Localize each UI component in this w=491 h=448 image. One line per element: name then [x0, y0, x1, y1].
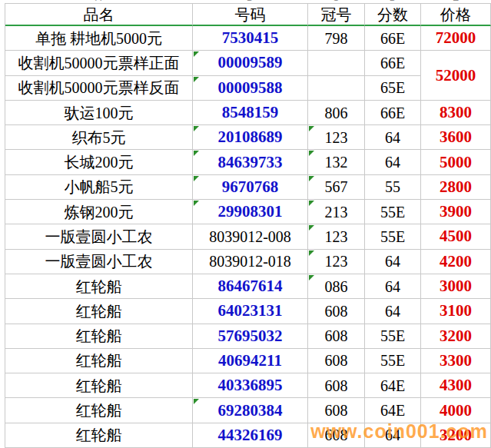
cell-number[interactable]: 64023131 — [193, 299, 308, 324]
cell-prefix[interactable] — [308, 51, 365, 75]
cell-name[interactable]: 收割机50000元票样正面 — [5, 51, 193, 75]
cell-price[interactable]: 3100 — [421, 299, 491, 324]
cell-name[interactable]: 红轮船 — [5, 373, 193, 398]
column-header-name[interactable]: 品名 — [5, 4, 193, 26]
column-header-label: 号码 — [235, 7, 266, 22]
cell-prefix[interactable]: 608 — [308, 398, 365, 423]
cell-grade[interactable]: 64 — [365, 250, 421, 274]
cell-grade[interactable]: 55E — [365, 224, 421, 249]
cell-grade[interactable]: 55E — [365, 349, 421, 373]
cell-number[interactable]: 9670768 — [193, 175, 308, 200]
column-header-grade[interactable]: 分数 — [365, 4, 421, 26]
cell-number[interactable]: 29908301 — [193, 200, 308, 224]
cell-price[interactable]: 3300 — [421, 349, 491, 373]
cell-prefix[interactable]: 123 — [308, 125, 365, 150]
cell-grade[interactable]: 64E — [365, 373, 421, 398]
column-header-prefix[interactable]: 冠号 — [308, 4, 365, 26]
error-indicator-triangle — [194, 51, 199, 57]
cell-prefix[interactable]: 608 — [308, 349, 365, 373]
cell-name[interactable]: 驮运100元 — [5, 101, 193, 125]
cell-prefix[interactable]: 608 — [308, 423, 365, 448]
cell-name[interactable]: 红轮船 — [5, 423, 193, 448]
cell-number[interactable]: 8548159 — [193, 101, 308, 125]
column-header-label: 冠号 — [321, 7, 352, 22]
cell-prefix[interactable]: 567 — [308, 175, 365, 200]
cell-price[interactable]: 72000 — [421, 26, 491, 51]
cell-prefix[interactable]: 132 — [308, 150, 365, 174]
cell-name[interactable]: 红轮船 — [5, 299, 193, 324]
cell-name[interactable]: 炼钢200元 — [5, 200, 193, 224]
cell-grade[interactable]: 64 — [365, 150, 421, 174]
cell-number[interactable]: 40694211 — [193, 349, 308, 373]
cell-grade[interactable]: 64 — [365, 274, 421, 299]
cell-prefix[interactable]: 123 — [308, 224, 365, 249]
cell-number[interactable]: 8039012-008 — [193, 224, 308, 249]
cell-prefix[interactable]: 798 — [308, 26, 365, 51]
cell-prefix[interactable]: 123 — [308, 250, 365, 274]
cell-number[interactable]: 40336895 — [193, 373, 308, 398]
cell-number[interactable]: 84639733 — [193, 150, 308, 174]
cell-text: 72000 — [436, 30, 476, 46]
cell-name[interactable]: 红轮船 — [5, 274, 193, 299]
cell-number[interactable]: 86467614 — [193, 274, 308, 299]
cell-grade[interactable]: 64 — [365, 299, 421, 324]
cell-price[interactable]: 3900 — [421, 200, 491, 224]
column-header-price[interactable]: 价格 — [421, 4, 491, 26]
cell-price[interactable]: 52000 — [421, 51, 491, 101]
cell-grade[interactable]: 64 — [365, 423, 421, 448]
cell-number[interactable]: 20108689 — [193, 125, 308, 150]
cell-number[interactable]: 7530415 — [193, 26, 308, 51]
cell-name[interactable]: 收割机50000元票样反面 — [5, 76, 193, 101]
cell-prefix[interactable]: 608 — [308, 324, 365, 349]
cell-prefix[interactable]: 608 — [308, 299, 365, 324]
cell-grade[interactable]: 66E — [365, 51, 421, 75]
cell-grade[interactable]: 55E — [365, 200, 421, 224]
cell-name[interactable]: 红轮船 — [5, 324, 193, 349]
cell-number[interactable]: 8039012-018 — [193, 250, 308, 274]
cell-price[interactable]: 3000 — [421, 274, 491, 299]
cell-prefix[interactable] — [308, 76, 365, 101]
column-header-label: 品名 — [84, 7, 114, 22]
cell-name[interactable]: 织布5元 — [5, 125, 193, 150]
cell-grade[interactable]: 64E — [365, 398, 421, 423]
cell-grade[interactable]: 55 — [365, 175, 421, 200]
cell-grade[interactable]: 65E — [365, 76, 421, 101]
cell-price[interactable]: 3200 — [421, 423, 491, 448]
cell-price[interactable]: 4500 — [421, 224, 491, 249]
cell-name[interactable]: 单拖 耕地机5000元 — [5, 26, 193, 51]
error-indicator-triangle — [309, 251, 314, 256]
cell-number[interactable]: 00009588 — [193, 76, 308, 101]
cell-name[interactable]: 一版壹圆小工农 — [5, 250, 193, 274]
cell-grade[interactable]: 66E — [365, 26, 421, 51]
cell-prefix[interactable]: 213 — [308, 200, 365, 224]
cell-prefix[interactable]: 806 — [308, 101, 365, 125]
cell-text: 40336895 — [218, 377, 283, 393]
cell-number[interactable]: 69280384 — [193, 398, 308, 423]
cell-text: 收割机50000元票样正面 — [18, 55, 180, 71]
column-header-number[interactable]: 号码 — [193, 4, 308, 26]
cell-price[interactable]: 8300 — [421, 101, 491, 125]
cell-name[interactable]: 小帆船5元 — [5, 175, 193, 200]
cell-name[interactable]: 长城200元 — [5, 150, 193, 174]
cell-name[interactable]: 红轮船 — [5, 398, 193, 423]
cell-price[interactable]: 2800 — [421, 175, 491, 200]
cell-prefix[interactable]: 608 — [308, 373, 365, 398]
cell-price[interactable]: 4200 — [421, 250, 491, 274]
cell-text: 8548159 — [222, 105, 279, 121]
cell-price[interactable]: 4000 — [421, 398, 491, 423]
cell-name[interactable]: 红轮船 — [5, 349, 193, 373]
cell-price[interactable]: 3600 — [421, 125, 491, 150]
cell-grade[interactable]: 66E — [365, 101, 421, 125]
cell-number[interactable]: 00009589 — [193, 51, 308, 75]
cell-price[interactable]: 3200 — [421, 324, 491, 349]
cell-grade[interactable]: 55E — [365, 324, 421, 349]
cell-price[interactable]: 5000 — [421, 150, 491, 174]
cell-grade[interactable]: 64 — [365, 125, 421, 150]
cell-name[interactable]: 一版壹圆小工农 — [5, 224, 193, 249]
cell-text: 单拖 耕地机5000元 — [35, 31, 162, 46]
cell-text: 8039012-008 — [209, 229, 291, 244]
cell-number[interactable]: 57695032 — [193, 324, 308, 349]
cell-prefix[interactable]: 086 — [308, 274, 365, 299]
cell-number[interactable]: 44326169 — [193, 423, 308, 448]
cell-price[interactable]: 4300 — [421, 373, 491, 398]
